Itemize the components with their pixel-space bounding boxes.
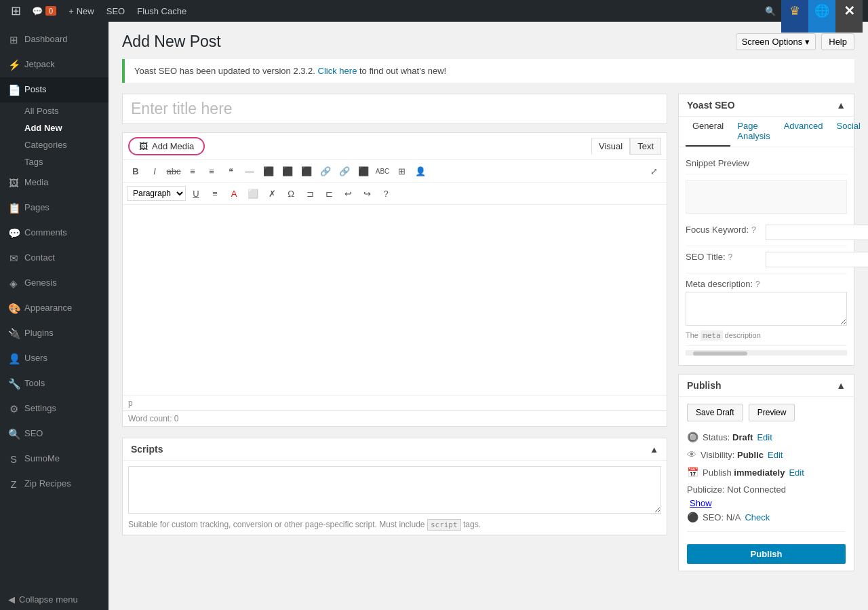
paste-text-button[interactable]: ⬜ — [244, 185, 262, 202]
sidebar-subitem-all-posts[interactable]: All Posts — [0, 102, 108, 119]
undo-button[interactable]: ↩ — [339, 185, 357, 202]
sidebar-subitem-tags[interactable]: Tags — [0, 153, 108, 170]
sidebar-item-ziprecipes[interactable]: Z Zip Recipes — [0, 472, 108, 497]
sidebar-item-label: Plugins — [24, 327, 54, 339]
yoast-tab-general[interactable]: General — [686, 117, 730, 147]
redo-button[interactable]: ↪ — [358, 185, 376, 202]
sidebar-item-comments[interactable]: 💬 Comments — [0, 221, 108, 246]
sidebar-item-plugins[interactable]: 🔌 Plugins — [0, 321, 108, 346]
text-color-button[interactable]: A — [225, 185, 243, 202]
sidebar-item-posts[interactable]: 📄 Posts — [0, 77, 108, 102]
seo-check-link[interactable]: Check — [745, 512, 770, 522]
publish-collapse-icon[interactable]: ▲ — [836, 380, 846, 391]
yoast-collapse-icon[interactable]: ▲ — [836, 100, 846, 111]
publish-time-edit-link[interactable]: Edit — [789, 468, 804, 478]
yoast-tab-advanced[interactable]: Advanced — [777, 117, 830, 147]
sidebar-item-contact[interactable]: ✉ Contact — [0, 246, 108, 271]
unlink-button[interactable]: 🔗 — [336, 163, 353, 179]
clear-format-button[interactable]: ✗ — [263, 185, 281, 202]
yoast-tab-page-analysis[interactable]: Page Analysis — [730, 117, 776, 147]
spellcheck-button[interactable]: ⊞ — [393, 163, 410, 179]
status-edit-link[interactable]: Edit — [757, 432, 772, 442]
posts-icon: 📄 — [8, 83, 19, 97]
meta-desc-textarea[interactable] — [686, 292, 847, 326]
sidebar-item-seo[interactable]: 🔍 SEO — [0, 421, 108, 446]
paragraph-select[interactable]: Paragraph — [127, 186, 186, 201]
editor-body[interactable] — [123, 205, 667, 395]
sidebar-item-genesis[interactable]: ◈ Genesis — [0, 271, 108, 296]
indent-button[interactable]: ⊐ — [301, 185, 319, 202]
publicize-show-link[interactable]: Show — [690, 498, 712, 508]
seo-title-help-icon[interactable]: ? — [728, 252, 733, 262]
sidebar-item-pages[interactable]: 📋 Pages — [0, 195, 108, 221]
adminbar-seo[interactable]: SEO — [101, 0, 130, 22]
post-title-input[interactable] — [122, 94, 667, 124]
strikethrough-button[interactable]: abc — [165, 163, 182, 179]
sidebar-item-settings[interactable]: ⚙ Settings — [0, 396, 108, 421]
ordered-list-button[interactable]: ≡ — [203, 163, 220, 179]
collapse-menu[interactable]: ◀ Collapse menu — [0, 589, 108, 610]
yoast-scrollbar[interactable] — [686, 350, 847, 356]
crown-badge[interactable]: ♛ — [781, 0, 808, 33]
justify-button[interactable]: ≡ — [206, 185, 224, 202]
yoast-tab-social[interactable]: Social — [830, 117, 867, 147]
italic-button[interactable]: I — [146, 163, 163, 179]
click-here-link[interactable]: Click here — [318, 66, 357, 76]
align-right-button[interactable]: ⬛ — [298, 163, 315, 179]
wp-logo-item[interactable]: ⊞ — [5, 0, 26, 22]
seo-title-input[interactable] — [766, 252, 868, 267]
special-char-button[interactable]: Ω — [282, 185, 300, 202]
blockquote-button[interactable]: ❝ — [222, 163, 239, 179]
publish-button[interactable]: Publish — [687, 544, 846, 564]
sidebar-subitem-add-new[interactable]: Add New — [0, 119, 108, 136]
sidebar-item-dashboard[interactable]: ⊞ Dashboard — [0, 27, 108, 52]
visual-tab[interactable]: Visual — [591, 138, 630, 155]
focus-keyword-input[interactable] — [766, 225, 868, 240]
comments-icon: 💬 — [8, 226, 19, 240]
align-left-button[interactable]: ⬛ — [260, 163, 277, 179]
adminbar-new[interactable]: + New — [63, 0, 100, 22]
add-media-button[interactable]: 🖼 Add Media — [128, 137, 205, 155]
help-keyboard-button[interactable]: ? — [377, 185, 395, 202]
editor-main: 🖼 Add Media Visual Text B I abc ≡ — [122, 94, 667, 579]
underline-button[interactable]: U — [187, 185, 205, 202]
align-center-button[interactable]: ⬛ — [279, 163, 296, 179]
sidebar-item-appearance[interactable]: 🎨 Appearance — [0, 296, 108, 321]
plugins-icon: 🔌 — [8, 326, 19, 341]
scripts-meta-box-header[interactable]: Scripts ▲ — [123, 438, 667, 461]
sidebar-item-jetpack[interactable]: ⚡ Jetpack — [0, 52, 108, 77]
focus-keyword-help-icon[interactable]: ? — [751, 225, 756, 235]
insert-button[interactable]: ⬛ — [355, 163, 372, 179]
text-tab[interactable]: Text — [630, 138, 661, 155]
meta-desc-help-icon[interactable]: ? — [755, 280, 760, 289]
outdent-button[interactable]: ⊏ — [320, 185, 338, 202]
sidebar-item-label: Jetpack — [24, 58, 55, 71]
publicize-show-row: Show — [687, 498, 846, 508]
screen-options-button[interactable]: Screen Options ▾ — [736, 33, 816, 50]
search-icon[interactable]: 🔍 — [760, 0, 781, 22]
bold-button[interactable]: B — [127, 163, 144, 179]
sidebar-item-label: Comments — [24, 227, 67, 239]
adminbar-comments[interactable]: 💬 0 — [26, 0, 62, 22]
preview-button[interactable]: Preview — [749, 404, 795, 421]
save-draft-button[interactable]: Save Draft — [687, 404, 743, 421]
horizontal-rule-button[interactable]: — — [241, 163, 258, 179]
sidebar-item-sumome[interactable]: S SumoMe — [0, 446, 108, 472]
help-button[interactable]: Help — [821, 33, 854, 50]
visibility-edit-link[interactable]: Edit — [768, 450, 783, 460]
unordered-list-button[interactable]: ≡ — [184, 163, 201, 179]
scripts-textarea[interactable] — [128, 466, 661, 514]
header-actions: Screen Options ▾ Help — [736, 33, 854, 50]
sidebar-subitem-categories[interactable]: Categories — [0, 136, 108, 153]
publish-time-row: 📅 Publish immediately Edit — [687, 463, 846, 481]
wp-more-button[interactable]: 👤 — [412, 163, 429, 179]
globe-badge[interactable]: 2 🌐 — [808, 0, 835, 33]
link-button[interactable]: 🔗 — [317, 163, 334, 179]
adminbar-flush-cache[interactable]: Flush Cache — [132, 0, 192, 22]
sidebar-item-tools[interactable]: 🔧 Tools — [0, 371, 108, 396]
more-button[interactable]: ABC — [374, 163, 391, 179]
sidebar-item-users[interactable]: 👤 Users — [0, 346, 108, 371]
fullscreen-button[interactable]: ⤢ — [645, 163, 663, 179]
close-badge[interactable]: ✕ — [835, 0, 863, 33]
sidebar-item-media[interactable]: 🖼 Media — [0, 170, 108, 195]
